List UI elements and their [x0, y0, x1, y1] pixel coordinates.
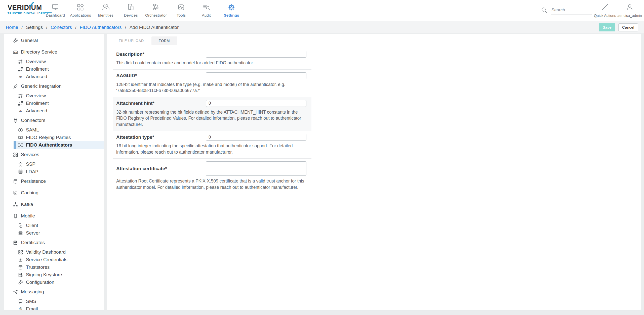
sidebar-item-label: FIDO Authenticators: [26, 142, 72, 148]
sidebar-item-label: Messaging: [21, 289, 44, 295]
breadcrumb-home[interactable]: Home: [6, 25, 18, 30]
nav-item-audit[interactable]: Audit: [194, 0, 219, 21]
sidebar-item-label: Certificates: [21, 240, 45, 245]
sidebar-item-gi-advanced[interactable]: </> Advanced: [4, 107, 104, 115]
enrollment-flow-icon: [18, 101, 23, 106]
sidebar-item-directory-service[interactable]: AD Directory Service: [4, 48, 104, 56]
attestation-certificate-label: Attestation certificate*: [116, 166, 206, 171]
sidebar-item-validity-dashboard[interactable]: Validity Dashboard: [4, 248, 104, 256]
description-input[interactable]: [206, 51, 306, 58]
sidebar-item-connectors[interactable]: Connectors: [4, 117, 104, 124]
breadcrumb-separator: /: [75, 25, 76, 30]
address-book-icon: [18, 169, 23, 174]
tab-file-upload[interactable]: FILE UPLOAD: [119, 39, 144, 43]
attestation-certificate-textarea[interactable]: [206, 161, 306, 176]
nav-label: Dashboard: [46, 13, 65, 18]
sidebar-item-client[interactable]: Client: [4, 222, 104, 229]
at-sign-icon: @: [18, 306, 23, 310]
sidebar-item-signing-keystore[interactable]: Signing Keystore: [4, 271, 104, 279]
tools-pulse-icon: [177, 3, 186, 12]
sidebar-item-services[interactable]: Services: [4, 151, 104, 158]
nav-item-dashboard[interactable]: Dashboard: [43, 0, 68, 21]
orchestrator-flow-icon: [151, 3, 160, 12]
sidebar-item-label: Configuration: [26, 280, 54, 285]
sidebar-item-gi-overview[interactable]: Overview: [4, 92, 104, 100]
sidebar-item-label: LDAP: [26, 169, 38, 174]
sidebar-item-caching[interactable]: Caching: [4, 189, 104, 197]
sidebar-item-messaging[interactable]: Messaging: [4, 288, 104, 296]
add-fido-authenticator-panel: FILE UPLOAD FORM Description* This field…: [107, 34, 641, 310]
nav-item-applications[interactable]: Applications: [68, 0, 93, 21]
top-bar: VERIDIUM TRUSTED DIGITAL IDENTITY Dashbo…: [0, 0, 644, 21]
sidebar-item-ds-advanced[interactable]: </> Advanced: [4, 73, 104, 80]
sidebar-item-label: Service Credentials: [26, 257, 67, 262]
certificate-icon: [13, 240, 18, 245]
sidebar-item-email[interactable]: @ Email: [4, 305, 104, 310]
sidebar-item-persistence[interactable]: Persistence: [4, 177, 104, 185]
sidebar-item-certificates[interactable]: Certificates: [4, 239, 104, 246]
nav-label: Devices: [124, 13, 138, 18]
nav-item-orchestrator[interactable]: Orchestrator: [143, 0, 169, 21]
attestation-certificate-help: Attestation Root Certificate represents …: [116, 178, 305, 190]
description-label: Description*: [116, 52, 206, 57]
breadcrumb-separator: /: [46, 25, 47, 30]
sidebar-item-server[interactable]: Server: [4, 229, 104, 237]
cancel-button[interactable]: Cancel: [618, 23, 638, 31]
monitor-icon: [51, 3, 60, 12]
sidebar-item-fido-relying-parties[interactable]: FIDO Relying Parties: [4, 134, 104, 141]
face-scan-icon: [18, 143, 23, 148]
sidebar-item-generic-integration[interactable]: Generic Integration: [4, 82, 104, 90]
nav-label: Tools: [177, 13, 186, 18]
sidebar-item-gi-enrollment[interactable]: Enrollment: [4, 100, 104, 107]
breadcrumb-conectors[interactable]: Conectors: [51, 25, 72, 30]
aaguid-label: AAGUID*: [116, 73, 206, 78]
sidebar-item-label: Services: [21, 152, 39, 157]
breadcrumb-fido-authenticators[interactable]: FIDO Authenticators: [80, 25, 122, 30]
breadcrumb-bar: Home / Settings / Conectors / FIDO Authe…: [0, 21, 644, 33]
sidebar-item-label: Mobile: [21, 213, 35, 219]
sidebar-item-ssp[interactable]: SSP: [4, 160, 104, 168]
sidebar-item-kafka[interactable]: Kafka: [4, 201, 104, 208]
nav-item-settings[interactable]: Settings: [219, 0, 244, 21]
enrollment-flow-icon: [18, 67, 23, 72]
attestation-type-input[interactable]: [206, 134, 306, 141]
sidebar-item-label: Generic Integration: [21, 83, 62, 89]
save-button[interactable]: Save: [599, 23, 615, 31]
sidebar-item-ldap[interactable]: LDAP: [4, 168, 104, 175]
audit-log-icon: [202, 3, 211, 12]
user-menu[interactable]: aencica_admin: [616, 3, 643, 18]
nav-item-identities[interactable]: Identities: [93, 0, 118, 21]
sidebar-item-sms[interactable]: SMS: [4, 298, 104, 305]
nav-item-tools[interactable]: Tools: [169, 0, 194, 21]
sidebar-item-label: Advanced: [26, 74, 47, 79]
nav-label: Orchestrator: [145, 13, 167, 18]
sidebar-item-fido-authenticators[interactable]: FIDO Authenticators: [4, 141, 104, 149]
sidebar-item-saml[interactable]: SAML: [4, 126, 104, 134]
attachment-hint-input[interactable]: [206, 100, 306, 107]
user-icon: [626, 3, 633, 11]
tab-form[interactable]: FORM: [151, 36, 177, 45]
nav-label: Audit: [202, 13, 211, 18]
field-attachment-hint: Attachment hint* 32-bit number represent…: [113, 97, 311, 131]
power-plug-icon: [13, 118, 18, 123]
aaguid-input[interactable]: [206, 72, 306, 79]
sidebar-item-label: FIDO Relying Parties: [26, 135, 71, 140]
search-input[interactable]: [551, 7, 592, 15]
sidebar-item-configuration[interactable]: Configuration: [4, 279, 104, 286]
sidebar-item-ds-overview[interactable]: Overview: [4, 58, 104, 65]
people-icon: [101, 3, 110, 12]
breadcrumb-current-page: Add FIDO Authenticator: [130, 25, 179, 30]
quick-actions-button[interactable]: Quick Actions: [590, 3, 620, 18]
paper-plane-icon: [13, 289, 18, 295]
logo-check-icon: [28, 2, 34, 7]
nav-item-devices[interactable]: Devices: [118, 0, 143, 21]
attachment-hint-label: Attachment hint*: [116, 101, 206, 106]
sidebar-item-general[interactable]: General: [4, 37, 104, 44]
sidebar-item-ds-enrollment[interactable]: Enrollment: [4, 65, 104, 73]
sidebar-item-service-credentials[interactable]: Service Credentials: [4, 256, 104, 263]
keyhole-icon: [18, 127, 23, 133]
sidebar-item-label: SSP: [26, 161, 35, 167]
sidebar-item-mobile[interactable]: Mobile: [4, 212, 104, 220]
sidebar-item-truststores[interactable]: Truststores: [4, 263, 104, 271]
breadcrumb-separator: /: [21, 25, 23, 30]
